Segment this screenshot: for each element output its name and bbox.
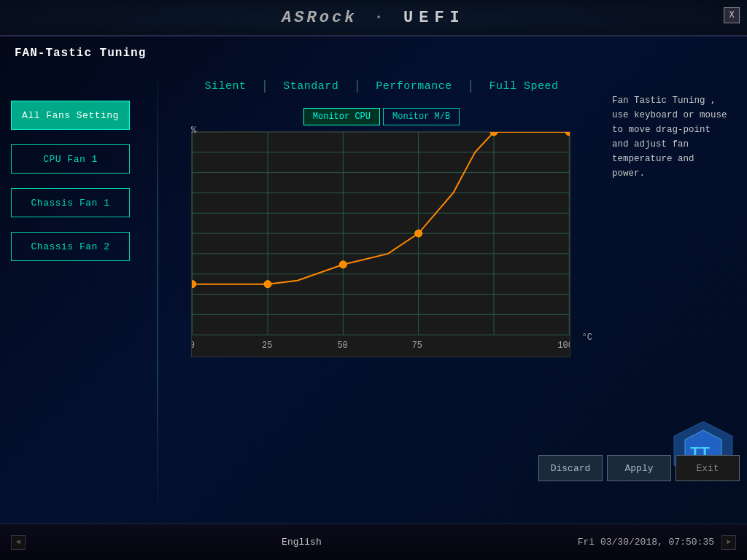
monitor-cpu-button[interactable]: Monitor CPU (303, 108, 380, 125)
sidebar: All Fans Setting CPU Fan 1 Chassis Fan 1… (11, 64, 153, 524)
fan-chart-svg: 100 50 0 0 25 50 75 100 (191, 131, 570, 357)
monitor-mb-button[interactable]: Monitor M/B (383, 108, 460, 125)
app-title: ASRock · UEFI (282, 9, 465, 27)
brand-separator: · (374, 9, 387, 27)
drag-point-5[interactable] (490, 131, 498, 136)
svg-text:0: 0 (191, 341, 195, 351)
action-buttons: Discard Apply Exit (538, 455, 740, 481)
sidebar-divider (157, 64, 158, 524)
center-panel: Silent | Standard | Performance | Full S… (162, 64, 601, 524)
sidebar-item-all-fans[interactable]: All Fans Setting (11, 101, 130, 130)
sidebar-item-chassis-fan-2[interactable]: Chassis Fan 2 (11, 232, 130, 261)
header-bar: ASRock · UEFI X (0, 0, 747, 36)
monitor-row: Monitor CPU Monitor M/B (169, 108, 594, 125)
page-title: FAN-Tastic Tuning (0, 36, 747, 64)
preset-tabs: Silent | Standard | Performance | Full S… (169, 71, 594, 108)
bottom-left-nav[interactable]: ◄ (11, 535, 26, 550)
info-text: Fan Tastic Tuning , use keyboard or mous… (612, 93, 729, 181)
close-button[interactable]: X (724, 7, 740, 23)
datetime-display: Fri 03/30/2018, 07:50:35 ► (578, 535, 736, 550)
tab-full-speed[interactable]: Full Speed (474, 80, 573, 93)
drag-point-4[interactable] (415, 230, 422, 237)
drag-point-6[interactable] (565, 131, 570, 136)
fan-curve-line (193, 132, 570, 284)
tab-sep-1: | (261, 79, 269, 93)
x-axis-label: °C (582, 332, 592, 343)
sidebar-item-chassis-fan-1[interactable]: Chassis Fan 1 (11, 188, 130, 217)
tab-sep-2: | (353, 79, 361, 93)
svg-text:50: 50 (337, 341, 347, 351)
sidebar-item-cpu-fan-1[interactable]: CPU Fan 1 (11, 144, 130, 174)
y-axis-label: % (191, 125, 196, 136)
bottom-right-nav[interactable]: ► (721, 535, 736, 550)
tab-performance[interactable]: Performance (361, 80, 467, 93)
tab-standard[interactable]: Standard (268, 80, 353, 93)
bottom-bar: ◄ English Fri 03/30/2018, 07:50:35 ► (0, 524, 747, 560)
tab-sep-3: | (467, 79, 475, 93)
apply-button[interactable]: Apply (607, 455, 671, 481)
svg-text:100: 100 (557, 341, 570, 351)
discard-button[interactable]: Discard (538, 455, 603, 481)
svg-text:25: 25 (262, 341, 272, 351)
chart-wrapper: % (191, 131, 579, 357)
language-selector[interactable]: English (282, 537, 322, 548)
fan-chart-container: % (169, 131, 594, 516)
drag-point-1[interactable] (191, 281, 196, 288)
tab-silent[interactable]: Silent (190, 80, 260, 93)
main-area: FAN-Tastic Tuning All Fans Setting CPU F… (0, 36, 747, 524)
brand-asrock: ASRock (282, 9, 357, 27)
svg-text:75: 75 (412, 341, 422, 351)
drag-point-2[interactable] (264, 281, 271, 288)
brand-uefi: UEFI (403, 9, 465, 27)
drag-point-3[interactable] (339, 261, 347, 268)
exit-button[interactable]: Exit (676, 455, 740, 481)
